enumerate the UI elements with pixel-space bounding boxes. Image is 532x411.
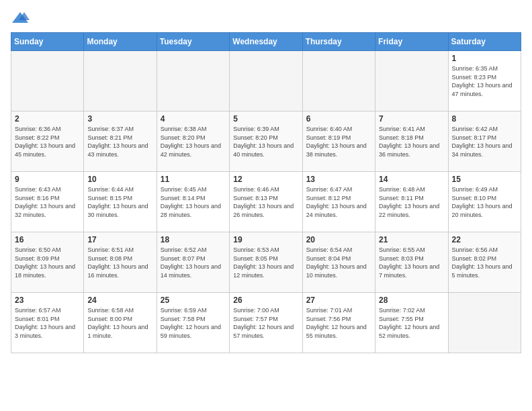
day-number: 18 xyxy=(161,235,226,244)
day-info: Sunrise: 6:56 AM Sunset: 8:02 PM Dayligh… xyxy=(452,246,517,279)
day-cell: 28Sunrise: 7:02 AM Sunset: 7:55 PM Dayli… xyxy=(375,293,448,353)
day-cell xyxy=(302,51,375,111)
day-cell: 20Sunrise: 6:54 AM Sunset: 8:04 PM Dayli… xyxy=(302,232,375,293)
day-cell: 23Sunrise: 6:57 AM Sunset: 8:01 PM Dayli… xyxy=(11,293,84,353)
day-cell: 1Sunrise: 6:35 AM Sunset: 8:23 PM Daylig… xyxy=(448,51,521,111)
day-number: 25 xyxy=(161,295,226,305)
day-number: 10 xyxy=(87,175,152,184)
day-info: Sunrise: 6:55 AM Sunset: 8:03 PM Dayligh… xyxy=(379,246,444,279)
weekday-header-saturday: Saturday xyxy=(448,33,521,51)
day-number: 2 xyxy=(15,114,80,124)
day-cell: 11Sunrise: 6:45 AM Sunset: 8:14 PM Dayli… xyxy=(157,172,229,232)
weekday-header-friday: Friday xyxy=(375,33,448,51)
day-number: 21 xyxy=(379,235,444,244)
day-info: Sunrise: 6:43 AM Sunset: 8:16 PM Dayligh… xyxy=(15,185,80,219)
day-number: 24 xyxy=(87,295,152,305)
week-row-4: 23Sunrise: 6:57 AM Sunset: 8:01 PM Dayli… xyxy=(11,293,521,353)
day-number: 9 xyxy=(15,175,80,184)
day-number: 5 xyxy=(233,114,298,124)
day-cell: 2Sunrise: 6:36 AM Sunset: 8:22 PM Daylig… xyxy=(11,111,84,172)
day-number: 20 xyxy=(306,235,371,244)
day-number: 14 xyxy=(379,175,444,184)
day-cell: 6Sunrise: 6:40 AM Sunset: 8:19 PM Daylig… xyxy=(302,111,375,172)
day-number: 7 xyxy=(379,114,444,124)
day-cell xyxy=(84,51,157,111)
day-cell: 15Sunrise: 6:49 AM Sunset: 8:10 PM Dayli… xyxy=(448,172,521,232)
day-cell: 27Sunrise: 7:01 AM Sunset: 7:56 PM Dayli… xyxy=(302,293,375,353)
day-number: 23 xyxy=(15,295,80,305)
day-cell xyxy=(230,51,302,111)
day-info: Sunrise: 6:59 AM Sunset: 7:58 PM Dayligh… xyxy=(161,306,226,340)
week-row-1: 2Sunrise: 6:36 AM Sunset: 8:22 PM Daylig… xyxy=(11,111,521,172)
day-cell: 13Sunrise: 6:47 AM Sunset: 8:12 PM Dayli… xyxy=(302,172,375,232)
day-info: Sunrise: 6:37 AM Sunset: 8:21 PM Dayligh… xyxy=(87,125,152,158)
day-info: Sunrise: 6:47 AM Sunset: 8:12 PM Dayligh… xyxy=(306,185,371,219)
day-number: 8 xyxy=(452,114,517,124)
day-cell: 18Sunrise: 6:52 AM Sunset: 8:07 PM Dayli… xyxy=(157,232,229,293)
week-row-3: 16Sunrise: 6:50 AM Sunset: 8:09 PM Dayli… xyxy=(11,232,521,293)
day-info: Sunrise: 6:58 AM Sunset: 8:00 PM Dayligh… xyxy=(87,306,152,340)
day-info: Sunrise: 6:50 AM Sunset: 8:09 PM Dayligh… xyxy=(15,246,80,279)
logo xyxy=(11,11,32,26)
weekday-header-monday: Monday xyxy=(84,33,157,51)
day-number: 4 xyxy=(161,114,226,124)
day-info: Sunrise: 6:54 AM Sunset: 8:04 PM Dayligh… xyxy=(306,246,371,279)
day-cell: 4Sunrise: 6:38 AM Sunset: 8:20 PM Daylig… xyxy=(157,111,229,172)
calendar-table: SundayMondayTuesdayWednesdayThursdayFrid… xyxy=(11,32,521,353)
day-info: Sunrise: 6:44 AM Sunset: 8:15 PM Dayligh… xyxy=(87,185,152,219)
day-number: 13 xyxy=(306,175,371,184)
day-cell xyxy=(448,293,521,353)
day-number: 28 xyxy=(379,295,444,305)
day-cell: 21Sunrise: 6:55 AM Sunset: 8:03 PM Dayli… xyxy=(375,232,448,293)
day-cell: 3Sunrise: 6:37 AM Sunset: 8:21 PM Daylig… xyxy=(84,111,157,172)
day-cell: 12Sunrise: 6:46 AM Sunset: 8:13 PM Dayli… xyxy=(230,172,302,232)
weekday-header-wednesday: Wednesday xyxy=(230,33,302,51)
day-info: Sunrise: 6:48 AM Sunset: 8:11 PM Dayligh… xyxy=(379,185,444,219)
day-info: Sunrise: 6:57 AM Sunset: 8:01 PM Dayligh… xyxy=(15,306,80,340)
day-info: Sunrise: 6:52 AM Sunset: 8:07 PM Dayligh… xyxy=(161,246,226,279)
day-cell: 10Sunrise: 6:44 AM Sunset: 8:15 PM Dayli… xyxy=(84,172,157,232)
weekday-header-tuesday: Tuesday xyxy=(157,33,229,51)
day-cell: 24Sunrise: 6:58 AM Sunset: 8:00 PM Dayli… xyxy=(84,293,157,353)
day-info: Sunrise: 6:39 AM Sunset: 8:20 PM Dayligh… xyxy=(233,125,298,158)
day-info: Sunrise: 6:53 AM Sunset: 8:05 PM Dayligh… xyxy=(233,246,298,279)
day-number: 11 xyxy=(161,175,226,184)
day-cell: 7Sunrise: 6:41 AM Sunset: 8:18 PM Daylig… xyxy=(375,111,448,172)
day-info: Sunrise: 6:51 AM Sunset: 8:08 PM Dayligh… xyxy=(87,246,152,279)
day-number: 22 xyxy=(452,235,517,244)
day-number: 19 xyxy=(233,235,298,244)
day-cell xyxy=(157,51,229,111)
day-cell: 5Sunrise: 6:39 AM Sunset: 8:20 PM Daylig… xyxy=(230,111,302,172)
day-info: Sunrise: 7:01 AM Sunset: 7:56 PM Dayligh… xyxy=(306,306,371,340)
weekday-header-row: SundayMondayTuesdayWednesdayThursdayFrid… xyxy=(11,33,521,51)
logo-icon xyxy=(11,11,30,26)
day-cell: 17Sunrise: 6:51 AM Sunset: 8:08 PM Dayli… xyxy=(84,232,157,293)
week-row-0: 1Sunrise: 6:35 AM Sunset: 8:23 PM Daylig… xyxy=(11,51,521,111)
day-number: 6 xyxy=(306,114,371,124)
day-cell: 19Sunrise: 6:53 AM Sunset: 8:05 PM Dayli… xyxy=(230,232,302,293)
day-cell: 14Sunrise: 6:48 AM Sunset: 8:11 PM Dayli… xyxy=(375,172,448,232)
day-info: Sunrise: 6:40 AM Sunset: 8:19 PM Dayligh… xyxy=(306,125,371,158)
day-info: Sunrise: 6:45 AM Sunset: 8:14 PM Dayligh… xyxy=(161,185,226,219)
day-info: Sunrise: 6:46 AM Sunset: 8:13 PM Dayligh… xyxy=(233,185,298,219)
day-info: Sunrise: 6:49 AM Sunset: 8:10 PM Dayligh… xyxy=(452,185,517,219)
day-info: Sunrise: 7:02 AM Sunset: 7:55 PM Dayligh… xyxy=(379,306,444,340)
day-number: 26 xyxy=(233,295,298,305)
day-cell: 8Sunrise: 6:42 AM Sunset: 8:17 PM Daylig… xyxy=(448,111,521,172)
day-info: Sunrise: 6:36 AM Sunset: 8:22 PM Dayligh… xyxy=(15,125,80,158)
day-info: Sunrise: 6:38 AM Sunset: 8:20 PM Dayligh… xyxy=(161,125,226,158)
day-number: 16 xyxy=(15,235,80,244)
day-cell xyxy=(375,51,448,111)
day-cell: 9Sunrise: 6:43 AM Sunset: 8:16 PM Daylig… xyxy=(11,172,84,232)
day-number: 15 xyxy=(452,175,517,184)
day-info: Sunrise: 7:00 AM Sunset: 7:57 PM Dayligh… xyxy=(233,306,298,340)
day-cell: 25Sunrise: 6:59 AM Sunset: 7:58 PM Dayli… xyxy=(157,293,229,353)
day-number: 17 xyxy=(87,235,152,244)
header xyxy=(11,11,521,26)
day-number: 1 xyxy=(452,54,517,63)
day-cell: 16Sunrise: 6:50 AM Sunset: 8:09 PM Dayli… xyxy=(11,232,84,293)
day-number: 27 xyxy=(306,295,371,305)
weekday-header-thursday: Thursday xyxy=(302,33,375,51)
day-info: Sunrise: 6:35 AM Sunset: 8:23 PM Dayligh… xyxy=(452,64,517,98)
day-info: Sunrise: 6:41 AM Sunset: 8:18 PM Dayligh… xyxy=(379,125,444,158)
